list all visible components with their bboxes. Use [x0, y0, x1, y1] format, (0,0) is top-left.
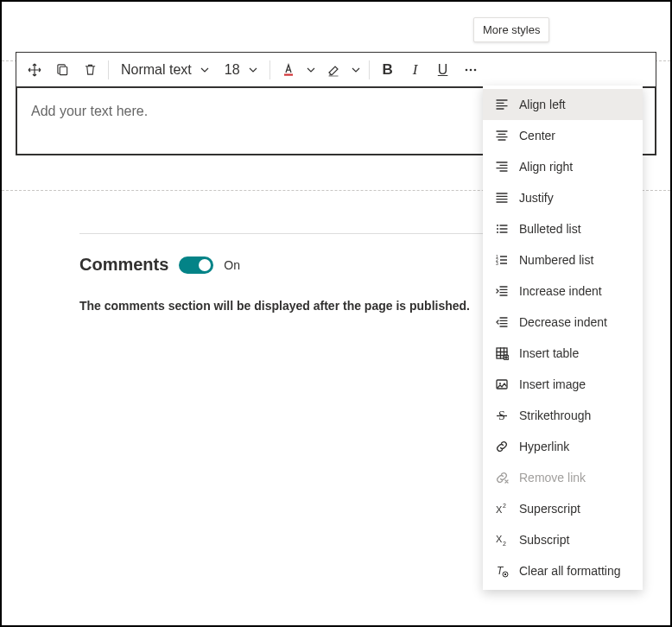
font-size-value: 18: [225, 62, 240, 78]
menu-item-label: Remove link: [519, 471, 586, 484]
chevron-down-icon: [249, 66, 257, 74]
menu-item-label: Superscript: [519, 502, 580, 516]
font-color-button[interactable]: [276, 57, 301, 83]
svg-point-3: [469, 68, 472, 71]
menu-item-align-left[interactable]: Align left: [483, 89, 643, 120]
highlight-color-button[interactable]: [320, 57, 346, 83]
italic-icon: I: [413, 61, 418, 79]
increase-indent-icon: [495, 284, 509, 298]
align-left-icon: [495, 98, 509, 111]
menu-item-hyperlink[interactable]: Hyperlink: [483, 431, 643, 462]
comments-toggle[interactable]: [179, 256, 213, 274]
svg-rect-0: [60, 66, 67, 74]
separator: [269, 60, 270, 79]
menu-item-label: Align left: [519, 98, 566, 111]
insert-image-icon: [495, 377, 509, 391]
menu-item-superscript[interactable]: X2Superscript: [483, 493, 643, 524]
paragraph-style-label: Normal text: [121, 62, 192, 78]
menu-item-label: Subscript: [519, 533, 569, 547]
separator: [108, 60, 109, 79]
menu-item-label: Bulleted list: [519, 222, 581, 236]
menu-item-label: Insert image: [519, 377, 586, 391]
menu-item-numbered-list[interactable]: 123Numbered list: [483, 244, 643, 276]
svg-text:X: X: [496, 504, 503, 515]
remove-link-icon: [495, 471, 509, 484]
more-styles-menu: Align leftCenterAlign rightJustifyBullet…: [483, 86, 643, 590]
menu-item-remove-link: Remove link: [483, 462, 643, 493]
menu-item-increase-indent[interactable]: Increase indent: [483, 276, 643, 307]
menu-item-label: Align right: [519, 160, 573, 174]
copy-icon[interactable]: [49, 57, 75, 83]
underline-button[interactable]: U: [430, 57, 456, 83]
strikethrough-icon: S: [495, 408, 509, 422]
justify-icon: [495, 191, 509, 205]
svg-point-7: [497, 231, 498, 233]
menu-item-label: Decrease indent: [519, 315, 607, 329]
bold-icon: B: [382, 61, 392, 79]
menu-item-label: Increase indent: [519, 284, 602, 298]
menu-item-label: Hyperlink: [519, 440, 569, 453]
menu-item-label: Clear all formatting: [519, 564, 621, 578]
svg-point-14: [499, 383, 501, 384]
tooltip-text: More styles: [483, 23, 540, 36]
center-icon: [495, 129, 509, 142]
menu-item-bulleted-list[interactable]: Bulleted list: [483, 213, 643, 244]
menu-item-insert-table[interactable]: Insert table: [483, 338, 643, 369]
menu-item-decrease-indent[interactable]: Decrease indent: [483, 307, 643, 338]
paragraph-style-dropdown[interactable]: Normal text: [114, 57, 216, 83]
menu-item-center[interactable]: Center: [483, 120, 643, 151]
font-size-dropdown[interactable]: 18: [218, 57, 264, 83]
menu-item-label: Strikethrough: [519, 408, 591, 422]
underline-icon: U: [438, 62, 448, 78]
align-right-icon: [495, 160, 509, 174]
hyperlink-icon: [495, 440, 509, 453]
move-icon[interactable]: [22, 57, 48, 83]
svg-point-6: [497, 228, 498, 230]
numbered-list-icon: 123: [495, 253, 509, 267]
bold-button[interactable]: B: [375, 57, 401, 83]
menu-item-align-right[interactable]: Align right: [483, 151, 643, 182]
menu-item-insert-image[interactable]: Insert image: [483, 369, 643, 400]
menu-item-justify[interactable]: Justify: [483, 182, 643, 213]
highlight-color-chevron[interactable]: [348, 57, 364, 83]
italic-button[interactable]: I: [403, 57, 428, 83]
superscript-icon: X2: [495, 502, 509, 516]
svg-point-2: [465, 68, 467, 71]
subscript-icon: X2: [495, 533, 509, 547]
svg-point-5: [497, 225, 498, 226]
font-color-chevron[interactable]: [303, 57, 319, 83]
svg-text:2: 2: [503, 503, 506, 509]
decrease-indent-icon: [495, 315, 509, 329]
svg-point-4: [473, 68, 476, 71]
menu-item-label: Numbered list: [519, 253, 593, 267]
delete-icon[interactable]: [77, 57, 103, 83]
insert-table-icon: [495, 346, 509, 360]
text-toolbar: Normal text 18 B I U: [16, 52, 656, 86]
menu-item-label: Justify: [519, 191, 554, 205]
bulleted-list-icon: [495, 222, 509, 236]
menu-item-label: Insert table: [519, 346, 579, 360]
tooltip-more-styles: More styles: [473, 17, 549, 42]
chevron-down-icon: [200, 66, 209, 74]
menu-item-strikethrough[interactable]: SStrikethrough: [483, 400, 643, 431]
editor-placeholder: Add your text here.: [31, 104, 148, 118]
svg-text:3: 3: [496, 261, 498, 266]
comments-toggle-label: On: [224, 258, 240, 272]
menu-item-clear-all-formatting[interactable]: TClear all formatting: [483, 555, 643, 586]
more-styles-button[interactable]: [458, 57, 484, 83]
menu-item-label: Center: [519, 129, 555, 142]
svg-text:2: 2: [503, 541, 506, 547]
comments-heading: Comments: [79, 255, 168, 275]
svg-rect-1: [284, 73, 293, 75]
menu-item-subscript[interactable]: X2Subscript: [483, 524, 643, 555]
separator: [369, 60, 370, 79]
clear-all-formatting-icon: T: [495, 564, 509, 578]
svg-text:X: X: [496, 534, 503, 544]
